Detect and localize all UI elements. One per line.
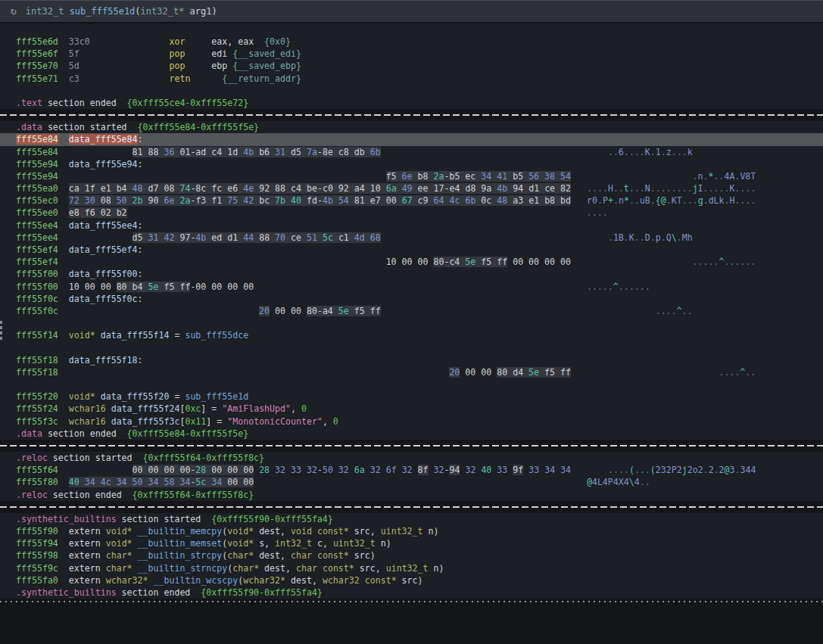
code-line[interactable]: fff55e70 5d pop ebp {__saved_ebp}	[0, 60, 823, 72]
code-line[interactable]: fff55e71 c3 retn {__return_addr}	[0, 73, 823, 85]
code-line[interactable]: .text section ended {0xfff55ce4-0xfff55e…	[0, 97, 823, 109]
code-line[interactable]: .reloc section ended {0xfff55f64-0xfff55…	[0, 489, 823, 501]
token: 4b	[243, 147, 254, 157]
token	[185, 36, 211, 47]
token: 232P2	[656, 465, 682, 475]
token: fff55f90	[16, 526, 58, 537]
token: d7 08	[143, 183, 180, 194]
token: fff55f98	[16, 550, 58, 561]
code-line[interactable]: fff55f98 extern char* __builtin_strcpy(c…	[0, 549, 823, 562]
token	[571, 195, 587, 206]
code-line[interactable]: fff55f20 void* data_fff55f20 = sub_fff55…	[0, 390, 823, 403]
dashed-line	[0, 114, 823, 116]
code-line[interactable]: .synthetic_builtins section ended {0xfff…	[0, 586, 823, 599]
code-line[interactable]: fff55f9c extern char* __builtin_strncpy(…	[0, 562, 823, 574]
token: dLk	[709, 195, 725, 206]
token: (	[650, 465, 656, 475]
code-line[interactable]: fff55f00 data_fff55f00:	[0, 268, 823, 280]
token: uB	[640, 195, 650, 206]
token: 00 00 00	[206, 465, 254, 475]
token: a3 e1 b8 bd	[507, 195, 571, 206]
code-line[interactable]: fff55e94 f5 6e b8 2a-b5 ec 34 41 b5 56 3…	[0, 170, 823, 182]
code-line[interactable]: fff55e6d 33c0 xor eax, eax {0x0}	[0, 36, 823, 48]
token	[58, 171, 69, 182]
code-line[interactable]: fff55f18 20 00 00 80 d4 5e f5 ff ....^..	[0, 366, 823, 378]
token: \	[672, 232, 677, 243]
code-line[interactable]: fff55ee4 d5 31 42 97-4b ed d1 44 88 70 c…	[0, 232, 823, 244]
code-line[interactable]: fff55e94 data_fff55e94:	[0, 158, 823, 170]
token: 44	[243, 232, 254, 243]
code-line[interactable]: fff55ef4 10 00 00 80-c4 5e f5 ff 00 00 0…	[0, 256, 823, 268]
token	[95, 330, 101, 341]
code-line[interactable]: fff55f00 10 00 00 80 b4 5e f5 ff-00 00 0…	[0, 281, 823, 293]
code-line[interactable]: fff55e84 81 88 36 01-ad c4 1d 4b b6 31 d…	[0, 146, 823, 158]
token: .	[714, 465, 719, 475]
code-line[interactable]: fff55f80 40 34 4c 34 50 34 58 34-5c 34 0…	[0, 476, 823, 488]
code-line[interactable]: .reloc section started {0xfff55f64-0xfff…	[0, 452, 823, 464]
token: 80-a4	[307, 306, 338, 316]
token: .	[703, 465, 709, 475]
token: b5	[507, 171, 528, 182]
token	[571, 367, 713, 378]
token	[69, 306, 259, 316]
code-line[interactable]: fff55f3c wchar16 data_fff55f3c[0x11] = "…	[0, 415, 823, 428]
token: ..	[640, 477, 650, 487]
code-line[interactable]	[0, 85, 823, 97]
code-line[interactable]: fff55ee4 data_fff55ee4:	[0, 219, 823, 232]
token: src)	[349, 550, 376, 561]
code-line[interactable]: fff55f0c data_fff55f0c:	[0, 293, 823, 305]
code-line[interactable]: fff55fa0 extern wchar32* __builtin_wcscp…	[0, 574, 823, 586]
code-line[interactable]	[0, 342, 823, 354]
token: fff55ea0	[16, 183, 58, 194]
token: g	[698, 195, 703, 206]
function-signature[interactable]: int32_t sub_fff55e1d(int32_t* arg1)	[26, 1, 217, 22]
token	[365, 465, 370, 475]
code-line[interactable]: fff55ef4 data_fff55ef4:	[0, 244, 823, 256]
code-line[interactable]: .data section ended {0xfff55e84-0xfff55f…	[0, 428, 823, 440]
token: ....	[608, 465, 629, 475]
code-line[interactable]	[0, 378, 823, 390]
token: fff55e94	[16, 159, 58, 170]
token: dest,	[259, 563, 296, 574]
code-line[interactable]: fff55ea0 ca 1f e1 b4 48 d7 08 74-8c fc e…	[0, 182, 823, 194]
token: src)	[397, 575, 423, 586]
token	[58, 367, 69, 378]
token: 7b 40	[275, 195, 301, 206]
token: pop	[169, 61, 185, 71]
section-separator-dashed	[0, 440, 823, 452]
code-line[interactable]: .data section started {0xfff55e84-0xfff5…	[0, 121, 823, 133]
token: eax, eax	[211, 36, 254, 47]
scroll-indicator[interactable]	[0, 321, 2, 341]
code-line[interactable]: fff55f14 void* data_fff55f14 = sub_fff55…	[0, 329, 823, 341]
function-header[interactable]: ↻ int32_t sub_fff55e1d(int32_t* arg1)	[0, 0, 823, 23]
current-line[interactable]: fff55e84 data_fff55e84:	[0, 133, 823, 145]
token: 2	[719, 465, 725, 475]
code-line[interactable]: fff55f64 00 00 00 00-28 00 00 00 28 32 3…	[0, 464, 823, 476]
token: "AmiFlashUpd"	[222, 403, 291, 414]
code-line[interactable]: fff55f24 wchar16 data_fff55f24[0xc] = "A…	[0, 403, 823, 415]
refresh-icon[interactable]: ↻	[11, 1, 17, 22]
token	[127, 195, 132, 206]
token: .....	[703, 183, 730, 194]
code-line[interactable]	[0, 317, 823, 329]
code-line[interactable]: fff55e6f 5f pop edi {__saved_edi}	[0, 48, 823, 60]
code-line[interactable]: fff55ec0 72 30 08 50 2b 90 6e 2a-f3 f1 7…	[0, 194, 823, 207]
code-line[interactable]: fff55f94 extern void* __builtin_memset(v…	[0, 537, 823, 549]
token: 0	[333, 416, 338, 427]
code-line[interactable]: fff55f0c 20 00 00 80-a4 5e f5 ff ....^..	[0, 305, 823, 317]
code-line[interactable]: .synthetic_builtins section started {0xf…	[0, 513, 823, 525]
token: 10 00 00	[386, 257, 434, 267]
code-line[interactable]: fff55f18 data_fff55f18:	[0, 354, 823, 366]
token: 36	[164, 147, 174, 157]
token: d5	[285, 147, 307, 157]
token	[58, 355, 69, 366]
token: .	[677, 232, 682, 243]
code-line[interactable]: fff55f90 extern void* __builtin_memcpy(v…	[0, 525, 823, 537]
code-line[interactable]: fff55ee0 e8 f6 02 b2 ....	[0, 207, 823, 219]
token	[58, 183, 69, 194]
token: fff55e6f	[16, 48, 58, 59]
signature-token	[64, 6, 69, 17]
token	[95, 391, 101, 402]
token: fff55f20	[16, 391, 58, 402]
token: :	[138, 159, 143, 170]
